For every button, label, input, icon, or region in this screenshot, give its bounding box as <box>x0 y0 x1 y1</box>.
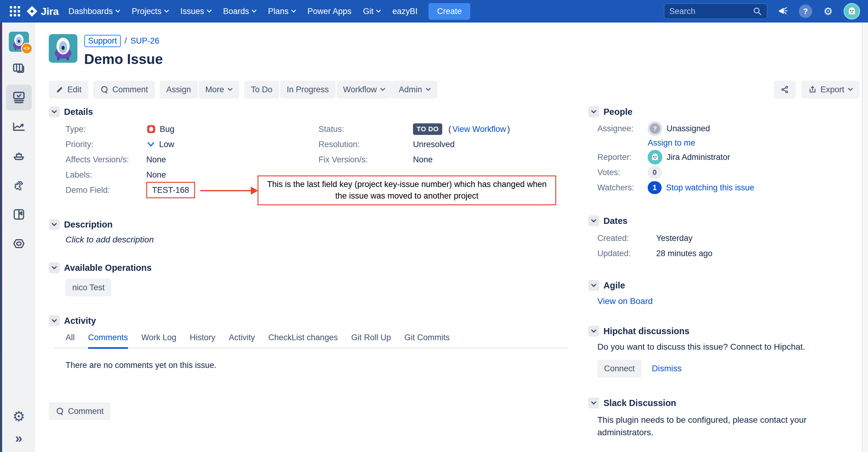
nav-git[interactable]: Git <box>363 7 381 16</box>
nav-power-apps[interactable]: Power Apps <box>308 7 351 16</box>
comment-button[interactable]: Comment <box>93 81 155 98</box>
sidebar-item-hexagon-app[interactable] <box>6 231 32 256</box>
collapse-description-icon[interactable] <box>49 219 60 230</box>
search-input[interactable] <box>669 7 753 16</box>
search-box[interactable] <box>664 3 768 19</box>
sidebar-item-active-sprints[interactable] <box>6 85 32 110</box>
help-icon[interactable]: ? <box>799 4 812 18</box>
collapse-slack-icon[interactable] <box>588 397 599 409</box>
tab-comments[interactable]: Comments <box>88 333 128 349</box>
details-section: Details Type: Bug <box>49 106 573 211</box>
nav-eazybi[interactable]: eazyBI <box>392 7 417 16</box>
view-workflow-link[interactable]: View Workflow <box>452 125 506 134</box>
nico-test-button[interactable]: nico Test <box>65 279 111 296</box>
board-check-icon <box>11 90 27 105</box>
tab-work-log[interactable]: Work Log <box>142 333 177 349</box>
nav-projects[interactable]: Projects <box>132 7 169 16</box>
nav-boards[interactable]: Boards <box>223 7 257 16</box>
hipchat-dismiss-link[interactable]: Dismiss <box>652 364 682 374</box>
chevron-down-icon <box>52 223 57 226</box>
reporter-avatar-icon <box>648 150 662 164</box>
tab-activity[interactable]: Activity <box>229 333 255 349</box>
admin-button[interactable]: Admin <box>392 81 437 98</box>
collapse-dates-icon[interactable] <box>588 215 599 226</box>
nav-dashboards[interactable]: Dashboards <box>69 7 120 16</box>
votes-row: Votes: 0 <box>597 165 850 180</box>
issue-project-avatar[interactable] <box>49 34 78 63</box>
settings-gear-icon[interactable]: ⚙ <box>821 4 835 18</box>
nav-plans[interactable]: Plans <box>268 7 296 16</box>
share-icon <box>780 85 789 94</box>
edit-button[interactable]: Edit <box>49 81 88 98</box>
collapse-details-icon[interactable] <box>49 106 60 117</box>
project-sidebar: <> <box>0 23 35 452</box>
sidebar-item-addons[interactable] <box>6 172 32 198</box>
chevron-down-icon <box>591 110 596 114</box>
nav-right-cluster: ? ⚙ <box>664 3 860 20</box>
collapse-hipchat-icon[interactable] <box>588 326 599 336</box>
page-scrollbar[interactable] <box>862 23 868 452</box>
chevron-down-icon <box>591 401 596 405</box>
votes-badge[interactable]: 0 <box>648 166 662 179</box>
slack-config-message: This plugin needs to be configured, plea… <box>597 414 841 439</box>
watchers-badge[interactable]: 1 <box>648 181 662 194</box>
sidebar-item-releases[interactable] <box>6 143 32 169</box>
collapse-activity-icon[interactable] <box>49 315 60 326</box>
created-row: Created: Yesterday <box>597 231 850 246</box>
tab-history[interactable]: History <box>190 333 215 349</box>
tab-git-roll-up[interactable]: Git Roll Up <box>351 333 391 349</box>
slack-section: Slack Discussion This plugin needs to be… <box>588 397 850 439</box>
backlog-icon <box>12 61 26 75</box>
sidebar-item-backlog[interactable] <box>6 56 32 81</box>
hipchat-connect-button[interactable]: Connect <box>597 360 642 377</box>
assign-button[interactable]: Assign <box>160 81 198 98</box>
project-settings-gear-icon[interactable]: ⚙ <box>12 409 25 423</box>
stop-watching-link[interactable]: Stop watching this issue <box>666 183 754 193</box>
sidebar-item-reports[interactable] <box>6 114 32 139</box>
tab-all[interactable]: All <box>65 333 75 349</box>
megaphone-icon <box>778 6 788 17</box>
search-icon <box>753 7 762 16</box>
collapse-people-icon[interactable] <box>588 106 599 117</box>
hipchat-title: Hipchat discussions <box>603 326 689 336</box>
comment-bubble-icon <box>100 85 109 94</box>
breadcrumb-project-link[interactable]: Support <box>84 35 121 47</box>
announcement-icon[interactable] <box>776 4 790 18</box>
breadcrumb-issue-link[interactable]: SUP-26 <box>130 36 159 46</box>
jira-logo[interactable]: Jira <box>26 5 59 18</box>
chevron-down-icon <box>52 266 57 269</box>
assign-to-me-link[interactable]: Assign to me <box>648 138 695 148</box>
people-section: People Assignee: ? Unassigned Assign to … <box>588 106 850 195</box>
more-button[interactable]: More <box>199 81 240 98</box>
assign-group: Assign More <box>160 81 240 98</box>
unassigned-avatar-icon: ? <box>648 121 662 136</box>
export-button[interactable]: Export <box>802 81 860 98</box>
in-progress-transition-button[interactable]: In Progress <box>280 81 336 98</box>
chevron-down-icon <box>380 88 385 91</box>
breadcrumb-separator: / <box>125 36 127 46</box>
tab-git-commits[interactable]: Git Commits <box>404 333 450 349</box>
nav-issues[interactable]: Issues <box>180 7 212 16</box>
description-placeholder[interactable]: Click to add description <box>65 235 573 245</box>
bottom-comment-button[interactable]: Comment <box>49 402 110 420</box>
create-button[interactable]: Create <box>429 3 470 20</box>
workflow-button[interactable]: Workflow <box>337 81 392 98</box>
tab-checklist-changes[interactable]: CheckList changes <box>268 333 338 349</box>
hexagon-icon <box>12 237 26 250</box>
breadcrumb: Support / SUP-26 <box>84 35 163 47</box>
updated-row: Updated: 28 minutes ago <box>597 246 850 261</box>
activity-title: Activity <box>64 316 96 326</box>
expand-sidebar-icon[interactable]: » <box>15 432 22 445</box>
todo-transition-button[interactable]: To Do <box>244 81 279 98</box>
share-button[interactable] <box>774 81 796 98</box>
sidebar-item-project-pages[interactable] <box>6 202 32 227</box>
view-on-board-link[interactable]: View on Board <box>597 296 653 306</box>
project-avatar[interactable]: <> <box>9 32 29 52</box>
chevron-down-icon <box>52 110 57 114</box>
app-switcher-icon[interactable] <box>8 4 22 18</box>
user-avatar[interactable] <box>844 3 860 20</box>
issue-view: Support / SUP-26 Demo Issue Edit Comment… <box>35 23 860 452</box>
watchers-row: Watchers: 1 Stop watching this issue <box>597 180 850 195</box>
collapse-operations-icon[interactable] <box>49 262 60 273</box>
collapse-agile-icon[interactable] <box>588 280 599 291</box>
